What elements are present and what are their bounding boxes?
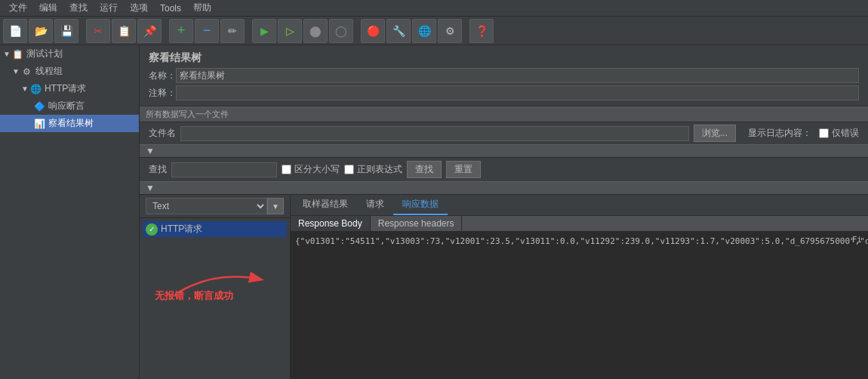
right-panel: 察看结果树 名称： 注释： 所有数据写入一个文件 文件名 浏览... 显示日志内… bbox=[140, 45, 868, 379]
tree-item-http-request[interactable]: ▼ 🌐 HTTP请求 bbox=[0, 80, 139, 97]
tree-arrow-watch-result bbox=[30, 119, 32, 128]
tree-item-watch-result[interactable]: 📊 察看结果树 bbox=[0, 115, 139, 132]
section-header: 所有数据写入一个文件 bbox=[140, 106, 868, 122]
comment-label: 注释： bbox=[149, 87, 176, 100]
regex-checkbox[interactable] bbox=[344, 165, 354, 174]
thread-group-icon: ⚙ bbox=[21, 66, 33, 78]
menu-edit[interactable]: 编辑 bbox=[33, 0, 63, 16]
resp-tab-body[interactable]: Response Body bbox=[291, 216, 371, 231]
search-row: 查找 区分大小写 正则表达式 查找 重置 bbox=[140, 158, 868, 181]
settings-btn[interactable]: ⚙ bbox=[438, 19, 462, 43]
paste-btn[interactable]: 📌 bbox=[137, 19, 162, 43]
save-btn[interactable]: 💾 bbox=[54, 19, 78, 43]
tree-label-thread-group: 线程组 bbox=[35, 65, 63, 78]
toolbar: 📄 📂 💾 ✂ 📋 📌 + − ✏ ▶ ▷ ⬤ ◯ 🔴 🔧 🌐 ⚙ ❓ bbox=[0, 17, 868, 45]
remote-btn[interactable]: 🌐 bbox=[412, 19, 436, 43]
copy-btn[interactable]: 📋 bbox=[112, 19, 136, 43]
remove-btn[interactable]: − bbox=[195, 19, 219, 43]
run-btn[interactable]: ▶ bbox=[252, 19, 276, 43]
tab-response-data[interactable]: 响应数据 bbox=[393, 195, 448, 215]
menu-options[interactable]: 选项 bbox=[124, 0, 154, 16]
success-icon: ✓ bbox=[146, 223, 158, 236]
file-input[interactable] bbox=[180, 126, 689, 141]
bottom-area: Text RegExp Tester CSS/JQuery Tester HTM… bbox=[140, 195, 868, 379]
collapse-arrow-1[interactable]: ▼ bbox=[140, 144, 868, 158]
tree-arrow-http-request: ▼ bbox=[21, 85, 29, 93]
result-tree-item-http[interactable]: ✓ HTTP请求 bbox=[143, 221, 287, 237]
stop-btn[interactable]: ⬤ bbox=[303, 19, 328, 43]
response-assert-icon: 🔷 bbox=[34, 100, 46, 112]
response-tabs: Response Body Response headers bbox=[291, 216, 868, 232]
tree-label-response-assert: 响应断言 bbox=[48, 100, 85, 112]
collapse-icon-1: ▼ bbox=[146, 146, 155, 156]
search-label: 查找 bbox=[149, 163, 167, 176]
comment-row: 注释： bbox=[149, 85, 859, 100]
panel-title: 察看结果树 bbox=[149, 51, 859, 65]
tabs-row: 取样器结果 请求 响应数据 bbox=[291, 195, 868, 216]
new-btn[interactable]: 📄 bbox=[3, 19, 27, 43]
regex-label: 正则表达式 bbox=[344, 163, 402, 176]
collapse-icon-2: ▼ bbox=[146, 183, 155, 193]
find-label: Fi bbox=[852, 235, 862, 245]
resp-tab-headers[interactable]: Response headers bbox=[371, 216, 463, 231]
result-left: Text RegExp Tester CSS/JQuery Tester HTM… bbox=[140, 195, 291, 379]
log-label: 显示日志内容： bbox=[748, 127, 811, 140]
tree-label-http-request: HTTP请求 bbox=[45, 82, 86, 95]
regex-text: 正则表达式 bbox=[357, 163, 402, 176]
only-error-label: 仅错误 bbox=[819, 127, 859, 140]
comment-input[interactable] bbox=[176, 85, 859, 100]
watch-result-icon: 📊 bbox=[34, 118, 46, 130]
menu-run[interactable]: 运行 bbox=[94, 0, 124, 16]
dropdown-row: Text RegExp Tester CSS/JQuery Tester HTM… bbox=[140, 195, 290, 218]
tree-arrow-response-assert bbox=[30, 102, 32, 110]
tree-arrow-test-plan: ▼ bbox=[3, 50, 11, 58]
result-tree-label: HTTP请求 bbox=[161, 223, 202, 236]
search-input[interactable] bbox=[171, 162, 277, 177]
test-plan-icon: 📋 bbox=[12, 48, 24, 60]
cut-btn[interactable]: ✂ bbox=[86, 19, 110, 43]
edit-btn[interactable]: ✏ bbox=[220, 19, 245, 43]
case-sensitive-text: 区分大小写 bbox=[294, 163, 340, 176]
tree-item-test-plan[interactable]: ▼ 📋 测试计划 bbox=[0, 45, 139, 63]
help-btn[interactable]: ❓ bbox=[469, 19, 494, 43]
run-all-btn[interactable]: ▷ bbox=[278, 19, 302, 43]
left-panel: ▼ 📋 测试计划 ▼ ⚙ 线程组 ▼ 🌐 HTTP请求 🔷 响应断言 📊 察看结 bbox=[0, 45, 140, 379]
tab-request[interactable]: 请求 bbox=[357, 195, 393, 215]
http-request-icon: 🌐 bbox=[30, 83, 42, 95]
panel-header: 察看结果树 名称： 注释： bbox=[140, 45, 868, 106]
name-input[interactable] bbox=[176, 68, 859, 83]
collapse-arrow-2[interactable]: ▼ bbox=[140, 181, 868, 195]
case-sensitive-label: 区分大小写 bbox=[282, 163, 340, 176]
menu-bar: 文件 编辑 查找 运行 选项 Tools 帮助 bbox=[0, 0, 868, 17]
main-layout: ▼ 📋 测试计划 ▼ ⚙ 线程组 ▼ 🌐 HTTP请求 🔷 响应断言 📊 察看结 bbox=[0, 45, 868, 379]
file-row: 文件名 浏览... 显示日志内容： 仅错误 bbox=[140, 122, 868, 144]
menu-help[interactable]: 帮助 bbox=[187, 0, 217, 16]
response-content: {"v01301":"54511","v13003":73,"v12001":2… bbox=[295, 236, 863, 246]
stop-all-btn[interactable]: ◯ bbox=[329, 19, 353, 43]
search-button[interactable]: 查找 bbox=[407, 161, 442, 178]
reset-button[interactable]: 重置 bbox=[446, 161, 481, 178]
menu-find[interactable]: 查找 bbox=[63, 0, 94, 16]
case-sensitive-checkbox[interactable] bbox=[282, 165, 291, 174]
result-tree: ✓ HTTP请求 bbox=[140, 218, 290, 379]
menu-tools[interactable]: Tools bbox=[154, 2, 187, 15]
record-btn[interactable]: 🔴 bbox=[361, 19, 385, 43]
tree-item-response-assert[interactable]: 🔷 响应断言 bbox=[0, 97, 139, 115]
name-label: 名称： bbox=[149, 69, 176, 82]
tree-item-thread-group[interactable]: ▼ ⚙ 线程组 bbox=[0, 63, 139, 80]
response-body: Fi {"v01301":"54511","v13003":73,"v12001… bbox=[291, 232, 868, 379]
debug-btn[interactable]: 🔧 bbox=[386, 19, 411, 43]
result-right: 取样器结果 请求 响应数据 Response Body Response hea… bbox=[291, 195, 868, 379]
tree-label-watch-result: 察看结果树 bbox=[48, 117, 94, 130]
type-select[interactable]: Text RegExp Tester CSS/JQuery Tester HTM… bbox=[146, 198, 267, 214]
menu-file[interactable]: 文件 bbox=[3, 0, 33, 16]
tree-arrow-thread-group: ▼ bbox=[12, 67, 20, 75]
dropdown-arrow-btn[interactable]: ▼ bbox=[267, 198, 284, 214]
file-label: 文件名 bbox=[149, 127, 176, 140]
open-btn[interactable]: 📂 bbox=[29, 19, 53, 43]
tree-label-test-plan: 测试计划 bbox=[26, 48, 63, 60]
add-btn[interactable]: + bbox=[169, 19, 193, 43]
browse-button[interactable]: 浏览... bbox=[694, 125, 736, 142]
only-error-checkbox[interactable] bbox=[819, 128, 829, 138]
tab-sampler-result[interactable]: 取样器结果 bbox=[294, 195, 357, 215]
